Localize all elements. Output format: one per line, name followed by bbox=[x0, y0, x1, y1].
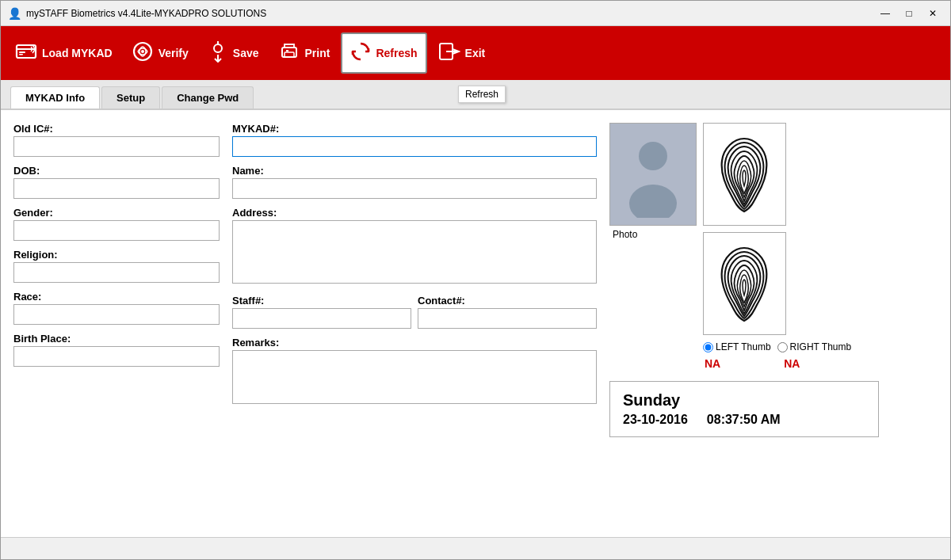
religion-group: Religion: bbox=[13, 249, 220, 283]
minimize-button[interactable]: — bbox=[874, 6, 896, 21]
address-label: Address: bbox=[232, 207, 597, 219]
save-label: Save bbox=[233, 47, 259, 59]
exit-icon bbox=[438, 41, 460, 65]
remarks-label: Remarks: bbox=[232, 337, 597, 349]
staff-contact-row: Staff#: Contact#: bbox=[232, 295, 597, 337]
verify-icon bbox=[132, 40, 154, 66]
clock-time: 08:37:50 AM bbox=[707, 413, 781, 427]
app-icon: 👤 bbox=[7, 6, 21, 21]
name-input[interactable] bbox=[232, 178, 597, 199]
birth-place-group: Birth Place: bbox=[13, 333, 220, 367]
main-content: Old IC#: DOB: Gender: Religion: Race: Bi… bbox=[1, 110, 950, 537]
tab-setup[interactable]: Setup bbox=[101, 86, 160, 109]
verify-label: Verify bbox=[158, 47, 189, 59]
clock-date-time: 23-10-2016 08:37:50 AM bbox=[623, 413, 865, 427]
save-button[interactable]: Save bbox=[200, 32, 267, 74]
old-ic-input[interactable] bbox=[13, 136, 220, 157]
load-mykad-button[interactable]: Load MYKAD bbox=[7, 32, 120, 74]
print-icon bbox=[278, 41, 300, 65]
mid-panel: MYKAD#: Name: Address: Staff#: Contact#:… bbox=[232, 123, 597, 524]
left-thumb-radio-label[interactable]: LEFT Thumb bbox=[703, 341, 771, 352]
refresh-label: Refresh bbox=[376, 47, 417, 59]
thumb-controls: LEFT Thumb RIGHT Thumb NA NA bbox=[609, 337, 879, 370]
staff-label: Staff#: bbox=[232, 295, 411, 307]
print-button[interactable]: Print bbox=[270, 32, 338, 74]
print-label: Print bbox=[305, 47, 330, 59]
staff-group: Staff#: bbox=[232, 295, 411, 329]
birth-place-label: Birth Place: bbox=[13, 333, 220, 345]
exit-label: Exit bbox=[465, 47, 486, 59]
tab-change-pwd[interactable]: Change Pwd bbox=[162, 86, 254, 109]
address-input[interactable] bbox=[232, 220, 597, 284]
clock-date: 23-10-2016 bbox=[623, 413, 688, 427]
contact-label: Contact#: bbox=[418, 295, 597, 307]
religion-label: Religion: bbox=[13, 249, 220, 261]
status-row: NA NA bbox=[609, 357, 879, 370]
refresh-button[interactable]: Refresh bbox=[341, 32, 426, 74]
radio-row: LEFT Thumb RIGHT Thumb bbox=[609, 341, 879, 352]
gender-group: Gender: bbox=[13, 207, 220, 241]
toolbar: Load MYKAD Verify Save bbox=[1, 26, 950, 80]
svg-rect-8 bbox=[286, 50, 288, 51]
dob-group: DOB: bbox=[13, 165, 220, 199]
right-thumb-radio[interactable] bbox=[777, 342, 788, 352]
title-bar-text: mySTAFF Biometrics v4.4Lite-MYKADPRO SOL… bbox=[26, 8, 874, 19]
photo-label: Photo bbox=[609, 229, 637, 240]
left-thumb-fingerprint bbox=[711, 131, 778, 218]
refresh-icon bbox=[350, 41, 371, 65]
load-mykad-label: Load MYKAD bbox=[42, 47, 113, 59]
person-silhouette bbox=[621, 131, 685, 218]
mykad-input[interactable] bbox=[232, 136, 597, 157]
svg-point-11 bbox=[639, 142, 667, 170]
religion-input[interactable] bbox=[13, 262, 220, 283]
tab-mykad-info[interactable]: MYKAD Info bbox=[10, 86, 100, 109]
dob-input[interactable] bbox=[13, 178, 220, 199]
birth-place-input[interactable] bbox=[13, 346, 220, 367]
biometric-row: Photo bbox=[609, 123, 879, 335]
right-thumb-radio-label[interactable]: RIGHT Thumb bbox=[777, 341, 852, 352]
race-label: Race: bbox=[13, 291, 220, 303]
contact-group: Contact#: bbox=[418, 295, 597, 329]
race-input[interactable] bbox=[13, 304, 220, 325]
contact-input[interactable] bbox=[418, 308, 597, 329]
staff-input[interactable] bbox=[232, 308, 411, 329]
left-thumb-radio[interactable] bbox=[703, 342, 713, 352]
right-thumb-fingerprint bbox=[711, 240, 778, 327]
svg-rect-0 bbox=[17, 45, 36, 58]
remarks-input[interactable] bbox=[232, 350, 597, 404]
address-group: Address: bbox=[232, 207, 597, 287]
mykad-group: MYKAD#: bbox=[232, 123, 597, 157]
remarks-group: Remarks: bbox=[232, 337, 597, 407]
right-thumb-status: NA bbox=[784, 357, 800, 370]
mykad-label: MYKAD#: bbox=[232, 123, 597, 135]
load-mykad-icon bbox=[15, 40, 37, 66]
refresh-tooltip: Refresh bbox=[458, 86, 506, 103]
title-bar-controls: — □ ✕ bbox=[874, 6, 944, 21]
svg-rect-2 bbox=[19, 54, 23, 55]
gender-input[interactable] bbox=[13, 220, 220, 241]
clock-box: Sunday 23-10-2016 08:37:50 AM bbox=[609, 381, 879, 437]
left-thumb-status: NA bbox=[705, 357, 720, 370]
name-label: Name: bbox=[232, 165, 597, 177]
title-bar: 👤 mySTAFF Biometrics v4.4Lite-MYKADPRO S… bbox=[1, 1, 950, 26]
dob-label: DOB: bbox=[13, 165, 220, 177]
race-group: Race: bbox=[13, 291, 220, 325]
close-button[interactable]: ✕ bbox=[922, 6, 944, 21]
name-group: Name: bbox=[232, 165, 597, 199]
svg-rect-1 bbox=[19, 51, 25, 53]
svg-point-4 bbox=[141, 50, 144, 53]
clock-day: Sunday bbox=[623, 391, 865, 410]
left-panel: Old IC#: DOB: Gender: Religion: Race: Bi… bbox=[13, 123, 220, 524]
maximize-button[interactable]: □ bbox=[898, 6, 920, 21]
left-thumb-box bbox=[703, 123, 786, 226]
right-panel: Photo bbox=[609, 123, 879, 524]
bottom-area bbox=[1, 537, 950, 560]
old-ic-group: Old IC#: bbox=[13, 123, 220, 157]
verify-button[interactable]: Verify bbox=[124, 32, 197, 74]
svg-point-5 bbox=[214, 44, 222, 52]
save-icon bbox=[208, 40, 228, 66]
gender-label: Gender: bbox=[13, 207, 220, 219]
right-thumb-box bbox=[703, 232, 786, 335]
old-ic-label: Old IC#: bbox=[13, 123, 220, 135]
exit-button[interactable]: Exit bbox=[430, 32, 494, 74]
